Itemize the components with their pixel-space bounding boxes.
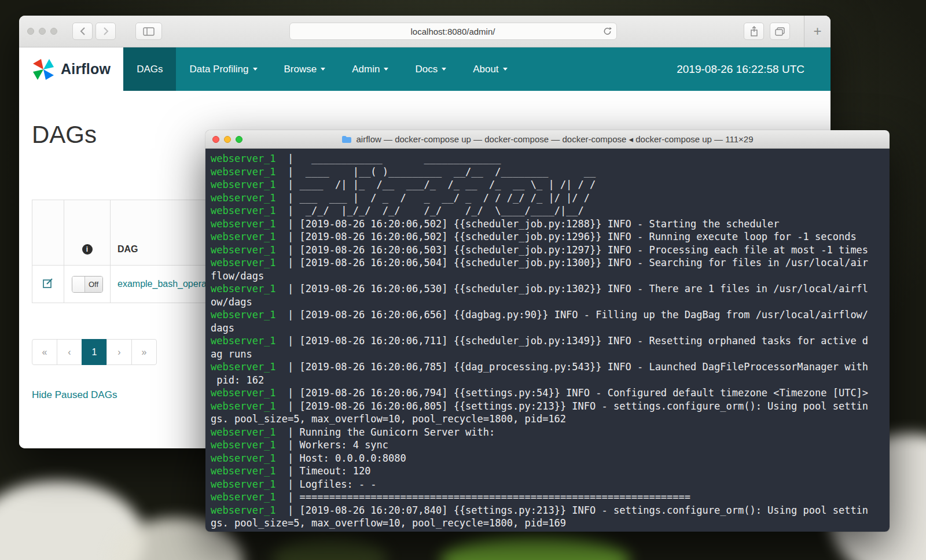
caret-down-icon: [442, 68, 446, 71]
terminal-line: webserver_1 | [2019-08-26 16:20:06,794] …: [211, 386, 884, 400]
zoom-window-button[interactable]: [236, 136, 242, 143]
sidebar-icon: [143, 27, 155, 36]
reload-icon[interactable]: [603, 27, 612, 38]
terminal-line: gs. pool_size=5, max_overflow=10, pool_r…: [211, 517, 884, 530]
dag-link[interactable]: example_bash_operator: [117, 279, 218, 289]
close-window-button[interactable]: [27, 28, 34, 35]
terminal-line: flow/dags: [211, 270, 884, 283]
terminal-line: webserver_1 | ___ ___ | / _ / _ __/ _ / …: [211, 191, 884, 205]
toggle-column-header: i: [64, 200, 111, 266]
chevron-right-icon: [103, 27, 109, 36]
nav-item-data-profiling[interactable]: Data Profiling: [176, 47, 270, 91]
terminal-line: webserver_1 | Logfiles: - -: [211, 478, 884, 491]
share-button[interactable]: [744, 23, 764, 40]
terminal-line: webserver_1 | Timeout: 120: [211, 465, 884, 478]
address-bar[interactable]: localhost:8080/admin/: [289, 23, 617, 40]
terminal-window-controls: [212, 136, 242, 143]
terminal-titlebar[interactable]: airflow — docker-compose up — docker-com…: [205, 130, 890, 149]
caret-down-icon: [384, 68, 388, 71]
close-window-button[interactable]: [212, 136, 219, 143]
terminal-line: pid: 162: [211, 374, 884, 387]
airflow-brand[interactable]: Airflow: [19, 47, 123, 91]
navbar-clock: 2019-08-26 16:22:58 UTC: [677, 47, 831, 91]
terminal-line: dags: [211, 322, 884, 335]
terminal-line: webserver_1 | [2019-08-26 16:20:06,504] …: [211, 256, 884, 270]
forward-button[interactable]: [95, 23, 116, 40]
hide-paused-dags-link[interactable]: Hide Paused DAGs: [32, 389, 117, 401]
back-button[interactable]: [72, 23, 93, 40]
terminal-line: webserver_1 | [2019-08-26 16:20:06,503] …: [211, 244, 884, 257]
terminal-line: webserver_1 | [2019-08-26 16:20:06,530] …: [211, 282, 884, 296]
terminal-output[interactable]: webserver_1 | ____________ _____________…: [205, 149, 890, 532]
terminal-line: webserver_1 | ____ /| |_ /__ ___/_ /_ __…: [211, 178, 884, 191]
toggle-handle: [72, 277, 85, 292]
nav-item-docs[interactable]: Docs: [402, 47, 460, 91]
tabs-icon: [775, 27, 785, 36]
brand-label: Airflow: [61, 61, 111, 78]
url-text: localhost:8080/admin/: [411, 27, 495, 36]
folder-icon: [341, 135, 352, 143]
history-buttons: [72, 23, 116, 40]
nav-item-browse[interactable]: Browse: [271, 47, 339, 91]
window-controls: [27, 28, 57, 35]
toolbar-right-buttons: [744, 23, 790, 40]
new-tab-button[interactable]: +: [804, 16, 831, 47]
zoom-window-button[interactable]: [50, 28, 57, 35]
caret-down-icon: [253, 68, 258, 71]
show-tabs-button[interactable]: [770, 23, 790, 40]
terminal-line: webserver_1 | [2019-08-26 16:20:06,502] …: [211, 218, 884, 231]
toggle-label: Off: [85, 277, 102, 292]
terminal-window: airflow — docker-compose up — docker-com…: [205, 130, 890, 532]
pagination: « ‹ 1 › »: [32, 339, 157, 365]
terminal-line: webserver_1 | Workers: 4 sync: [211, 439, 884, 452]
terminal-line: webserver_1 | [2019-08-26 16:20:06,656] …: [211, 308, 884, 322]
toggle-cell: Off: [64, 266, 111, 303]
terminal-line: webserver_1 | ____________ _____________: [211, 152, 884, 165]
airflow-logo-icon: [32, 58, 55, 81]
nav-item-about[interactable]: About: [460, 47, 520, 91]
terminal-line: ag runs: [211, 348, 884, 361]
edit-cell: [32, 266, 64, 303]
caret-down-icon: [503, 68, 508, 71]
share-icon: [750, 26, 758, 36]
caret-down-icon: [321, 68, 325, 71]
browser-toolbar: localhost:8080/admin/: [19, 16, 831, 47]
info-icon[interactable]: i: [82, 244, 93, 255]
pagination-first[interactable]: «: [32, 339, 57, 365]
wallpaper-grass: [440, 537, 631, 560]
terminal-line: webserver_1 | [2019-08-26 16:20:06,785] …: [211, 360, 884, 374]
pagination-last[interactable]: »: [131, 339, 157, 365]
sidebar-toggle-button[interactable]: [135, 23, 162, 40]
terminal-line: webserver_1 | ____ |__( )_________ __/__…: [211, 165, 884, 179]
terminal-line: webserver_1 | [2019-08-26 16:20:06,805] …: [211, 400, 884, 413]
page-title: DAGs: [32, 121, 97, 149]
wallpaper-foliage: [272, 538, 388, 560]
minimize-window-button[interactable]: [224, 136, 231, 143]
plus-icon: +: [813, 23, 821, 39]
nav-item-dags[interactable]: DAGs: [123, 47, 176, 91]
minimize-window-button[interactable]: [39, 28, 46, 35]
edit-dag-icon[interactable]: [42, 277, 54, 289]
terminal-line: webserver_1 | [2019-08-26 16:20:06,502] …: [211, 230, 884, 244]
pagination-page-1[interactable]: 1: [82, 339, 107, 365]
terminal-line: webserver_1 | Running the Gunicorn Serve…: [211, 426, 884, 439]
terminal-line: webserver_1 | [2019-08-26 16:20:07,840] …: [211, 504, 884, 517]
terminal-line: webserver_1 | [2019-08-26 16:20:06,711] …: [211, 334, 884, 348]
pagination-next[interactable]: ›: [106, 339, 132, 365]
pagination-prev[interactable]: ‹: [57, 339, 82, 365]
terminal-line: ow/dags: [211, 296, 884, 309]
terminal-line: gs. pool_size=5, max_overflow=10, pool_r…: [211, 412, 884, 426]
chevron-left-icon: [80, 27, 86, 36]
nav-item-admin[interactable]: Admin: [339, 47, 402, 91]
dag-pause-toggle[interactable]: Off: [72, 276, 103, 293]
terminal-title: airflow — docker-compose up — docker-com…: [205, 134, 890, 145]
terminal-line: webserver_1 | ==========================…: [211, 491, 884, 504]
terminal-line: webserver_1 | _/_/ |_/_/ /_/ /_/ /_/ \__…: [211, 204, 884, 218]
edit-column-header: [32, 200, 64, 266]
terminal-line: webserver_1 | Host: 0.0.0.0:8080: [211, 452, 884, 465]
airflow-navbar: Airflow DAGs Data Profiling Browse Admin…: [19, 47, 831, 91]
